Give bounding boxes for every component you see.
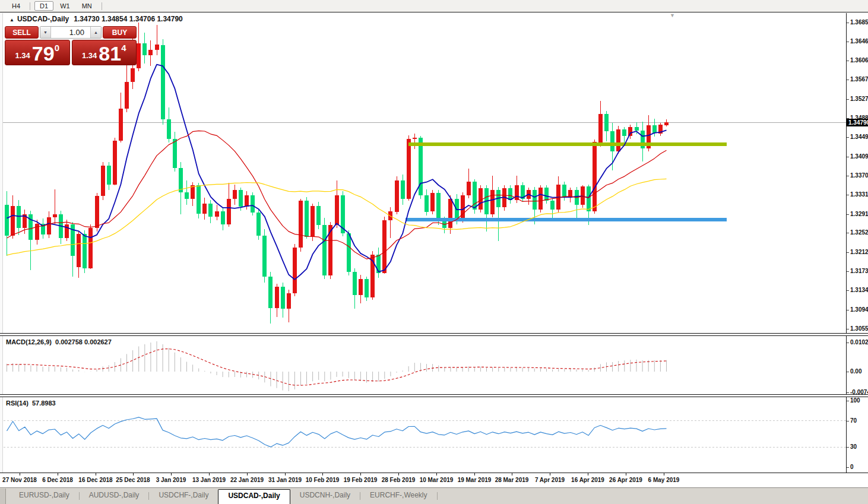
tab-scroll-button[interactable]	[0, 489, 6, 504]
candle[interactable]	[125, 82, 129, 108]
candle[interactable]	[622, 129, 626, 136]
rsi-canvas[interactable]	[0, 397, 868, 472]
candle[interactable]	[197, 185, 201, 214]
chart-expand-icon[interactable]: ▲	[9, 17, 14, 23]
candle[interactable]	[581, 186, 585, 205]
volume-down-icon[interactable]: ▼	[40, 27, 51, 38]
candle[interactable]	[281, 287, 285, 309]
candle[interactable]	[395, 180, 399, 212]
candle[interactable]	[448, 199, 452, 228]
candle[interactable]	[161, 45, 165, 119]
candle[interactable]	[173, 139, 177, 167]
timeframe-button-H4[interactable]: H4	[7, 1, 26, 11]
candle[interactable]	[538, 188, 543, 210]
timeframe-button-MN[interactable]: MN	[77, 1, 97, 11]
candle[interactable]	[359, 279, 363, 295]
candle[interactable]	[95, 196, 99, 228]
macd-signal-line[interactable]	[7, 349, 667, 386]
candle[interactable]	[53, 214, 57, 217]
candle[interactable]	[148, 50, 153, 55]
candle[interactable]	[401, 180, 405, 199]
candle[interactable]	[202, 204, 207, 213]
candle[interactable]	[233, 190, 237, 199]
candle[interactable]	[142, 43, 147, 55]
candle[interactable]	[533, 190, 537, 210]
chart-shift-icon[interactable]: ▼	[670, 12, 675, 18]
candle[interactable]	[353, 272, 357, 295]
panel-divider[interactable]	[0, 333, 868, 336]
candle[interactable]	[131, 68, 135, 82]
candle[interactable]	[119, 109, 123, 141]
candle[interactable]	[562, 185, 566, 198]
candle[interactable]	[436, 193, 441, 221]
candle[interactable]	[107, 166, 111, 184]
candle[interactable]	[610, 131, 614, 151]
resistance-line[interactable]	[408, 142, 726, 146]
volume-up-icon[interactable]: ▲	[90, 27, 101, 38]
candle[interactable]	[347, 233, 351, 272]
candle[interactable]	[101, 166, 105, 196]
candle[interactable]	[652, 125, 657, 133]
candle[interactable]	[275, 287, 279, 308]
candle[interactable]	[35, 224, 39, 240]
candle[interactable]	[305, 201, 309, 237]
candle[interactable]	[227, 199, 231, 224]
candle[interactable]	[413, 138, 417, 140]
candle[interactable]	[137, 43, 141, 69]
candle[interactable]	[262, 236, 267, 277]
chart-tab-eurusddaily[interactable]: EURUSD-,Daily	[9, 488, 79, 503]
candle[interactable]	[311, 206, 315, 237]
candle[interactable]	[598, 114, 603, 144]
candle[interactable]	[293, 248, 297, 293]
candle[interactable]	[11, 206, 15, 235]
chart-tab-audusddaily[interactable]: AUDUSD-,Daily	[80, 488, 149, 503]
candle[interactable]	[628, 127, 632, 136]
candle[interactable]	[365, 279, 369, 297]
chart-tab-usdchfdaily[interactable]: USDCHF-,Daily	[149, 488, 218, 503]
candle[interactable]	[77, 234, 81, 267]
date-axis[interactable]: 27 Nov 20186 Dec 201816 Dec 201825 Dec 2…	[0, 473, 868, 487]
candle[interactable]	[65, 224, 69, 238]
candle[interactable]	[191, 185, 195, 199]
chart-tab-usdcnhdaily[interactable]: USDCNH-,Daily	[290, 488, 360, 503]
candle[interactable]	[167, 119, 171, 140]
candle[interactable]	[604, 114, 609, 132]
candle[interactable]	[208, 204, 213, 216]
candle[interactable]	[185, 192, 189, 199]
rsi-line[interactable]	[7, 417, 667, 447]
volume-input[interactable]: 1.00	[51, 27, 90, 38]
buy-price-display[interactable]: 1.34 81 4	[72, 40, 137, 65]
candle[interactable]	[616, 129, 620, 151]
candle[interactable]	[425, 195, 429, 212]
candle[interactable]	[221, 211, 225, 224]
chart-tab-usdcaddaily[interactable]: USDCAD-,Daily	[218, 489, 290, 504]
candle[interactable]	[215, 211, 219, 217]
candle[interactable]	[179, 168, 183, 192]
candle[interactable]	[382, 220, 387, 273]
candle[interactable]	[550, 201, 555, 210]
candle[interactable]	[544, 188, 549, 201]
candle[interactable]	[47, 217, 51, 234]
candle[interactable]	[635, 127, 639, 131]
buy-button[interactable]: BUY	[103, 26, 137, 39]
candle[interactable]	[245, 195, 249, 207]
timeframe-button-W1[interactable]: W1	[55, 1, 75, 11]
candle[interactable]	[83, 234, 87, 268]
candle[interactable]	[587, 186, 591, 212]
candle[interactable]	[593, 142, 597, 211]
candle[interactable]	[268, 277, 273, 308]
candle[interactable]	[5, 205, 9, 236]
candle[interactable]	[299, 201, 303, 248]
macd-canvas[interactable]	[0, 336, 868, 395]
candle[interactable]	[479, 188, 483, 210]
candle[interactable]	[407, 139, 411, 199]
support-line[interactable]	[406, 218, 726, 221]
sell-button[interactable]: SELL	[5, 26, 39, 39]
candle[interactable]	[316, 206, 321, 226]
candle[interactable]	[251, 195, 255, 213]
candle[interactable]	[430, 193, 435, 211]
price-axis[interactable]: 1.368501.364601.360601.356701.352701.348…	[846, 13, 868, 473]
candle[interactable]	[664, 122, 669, 125]
candle[interactable]	[508, 188, 512, 200]
chart-tab-eurchfweekly[interactable]: EURCHF-,Weekly	[360, 488, 436, 503]
